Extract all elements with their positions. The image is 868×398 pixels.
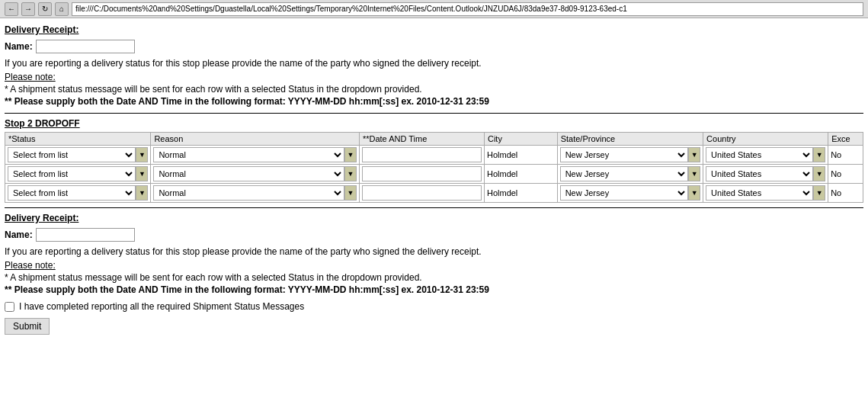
- table-row: Select from list ▼ Normal ▼ Holmdel New …: [5, 184, 863, 203]
- row1-state-select[interactable]: New Jersey: [560, 166, 688, 181]
- header-exc: Exce: [828, 133, 863, 146]
- section1-title: Delivery Receipt:: [5, 24, 863, 35]
- row2-country-select[interactable]: United States: [706, 185, 813, 201]
- section2-note2: ** Please supply both the Date AND Time …: [5, 284, 863, 295]
- row0-state-cell: New Jersey ▼: [557, 146, 703, 165]
- home-button[interactable]: ⌂: [55, 2, 69, 16]
- refresh-button[interactable]: ↻: [38, 2, 52, 16]
- row0-status-select[interactable]: Select from list: [8, 147, 136, 162]
- row1-country-cell: United States ▼: [703, 165, 828, 184]
- row0-city-cell: Holmdel: [484, 146, 557, 165]
- row2-country-dropdown-btn[interactable]: ▼: [813, 185, 825, 201]
- header-datetime: **Date AND Time: [359, 133, 484, 146]
- row0-status-cell: Select from list ▼: [5, 146, 151, 165]
- row1-status-cell: Select from list ▼: [5, 165, 151, 184]
- page-content: Delivery Receipt: Name: If you are repor…: [0, 18, 868, 341]
- row2-status-dropdown-btn[interactable]: ▼: [136, 185, 148, 201]
- row0-datetime-cell: [359, 146, 484, 165]
- section1-name-input[interactable]: [36, 40, 135, 53]
- section2-note1: * A shipment status message will be sent…: [5, 272, 863, 283]
- section1-info: If you are reporting a delivery status f…: [5, 58, 863, 69]
- header-city: City: [484, 133, 557, 146]
- table-row: Select from list ▼ Normal ▼ Holmdel New …: [5, 146, 863, 165]
- section2-name-label: Name:: [5, 229, 33, 240]
- row0-reason-cell: Normal ▼: [151, 146, 359, 165]
- row1-reason-dropdown-btn[interactable]: ▼: [344, 166, 357, 181]
- row2-state-select[interactable]: New Jersey: [560, 185, 688, 201]
- stop2-title: Stop 2 DROPOFF: [5, 118, 863, 129]
- row2-datetime-input[interactable]: [362, 185, 482, 201]
- row2-status-select[interactable]: Select from list: [8, 185, 136, 201]
- browser-bar: ← → ↻ ⌂ file:///C:/Documents%20and%20Set…: [0, 0, 868, 18]
- back-button[interactable]: ←: [5, 2, 18, 16]
- row0-reason-select[interactable]: Normal: [153, 147, 344, 162]
- row1-datetime-cell: [359, 165, 484, 184]
- completion-checkbox[interactable]: [5, 302, 14, 312]
- completion-row: I have completed reporting all the requi…: [5, 301, 863, 312]
- section1-note2: ** Please supply both the Date AND Time …: [5, 96, 863, 107]
- row1-datetime-input[interactable]: [362, 166, 482, 181]
- row2-exc-cell: No: [828, 184, 863, 203]
- row2-reason-select[interactable]: Normal: [153, 185, 344, 201]
- table-header-row: *Status Reason **Date AND Time City Stat…: [5, 133, 863, 146]
- table-row: Select from list ▼ Normal ▼ Holmdel New …: [5, 165, 863, 184]
- url-text: file:///C:/Documents%20and%20Settings/Dg…: [75, 5, 627, 13]
- row1-reason-cell: Normal ▼: [151, 165, 359, 184]
- row2-reason-cell: Normal ▼: [151, 184, 359, 203]
- row0-country-cell: United States ▼: [703, 146, 828, 165]
- header-reason: Reason: [151, 133, 359, 146]
- header-state: State/Province: [557, 133, 703, 146]
- row0-datetime-input[interactable]: [362, 147, 482, 162]
- section2-name-row: Name:: [5, 228, 863, 242]
- stop2-table: *Status Reason **Date AND Time City Stat…: [5, 132, 863, 203]
- address-bar[interactable]: file:///C:/Documents%20and%20Settings/Dg…: [72, 2, 863, 16]
- row0-country-dropdown-btn[interactable]: ▼: [813, 147, 825, 162]
- header-status: *Status: [5, 133, 151, 146]
- row1-reason-select[interactable]: Normal: [153, 166, 344, 181]
- section2-please-note: Please note:: [5, 260, 863, 271]
- row2-city-cell: Holmdel: [484, 184, 557, 203]
- row2-country-cell: United States ▼: [703, 184, 828, 203]
- row0-state-select[interactable]: New Jersey: [560, 147, 688, 162]
- row2-state-dropdown-btn[interactable]: ▼: [688, 185, 700, 201]
- submit-button[interactable]: Submit: [5, 318, 50, 335]
- section2-title: Delivery Receipt:: [5, 213, 863, 223]
- row2-state-cell: New Jersey ▼: [557, 184, 703, 203]
- row0-status-dropdown-btn[interactable]: ▼: [136, 147, 148, 162]
- divider1: [5, 113, 863, 114]
- section1-note1: * A shipment status message will be sent…: [5, 84, 863, 95]
- section1-name-row: Name:: [5, 40, 863, 53]
- row0-exc-cell: No: [828, 146, 863, 165]
- row1-state-cell: New Jersey ▼: [557, 165, 703, 184]
- section2-name-input[interactable]: [36, 228, 135, 242]
- row2-datetime-cell: [359, 184, 484, 203]
- section1-name-label: Name:: [5, 41, 33, 52]
- row0-country-select[interactable]: United States: [706, 147, 813, 162]
- header-country: Country: [703, 133, 828, 146]
- row2-status-cell: Select from list ▼: [5, 184, 151, 203]
- row1-country-dropdown-btn[interactable]: ▼: [813, 166, 825, 181]
- row1-status-select[interactable]: Select from list: [8, 166, 136, 181]
- divider2: [5, 207, 863, 208]
- section2-info: If you are reporting a delivery status f…: [5, 246, 863, 257]
- completion-label: I have completed reporting all the requi…: [19, 301, 304, 312]
- row1-status-dropdown-btn[interactable]: ▼: [136, 166, 148, 181]
- row1-city-cell: Holmdel: [484, 165, 557, 184]
- row1-state-dropdown-btn[interactable]: ▼: [688, 166, 700, 181]
- row0-state-dropdown-btn[interactable]: ▼: [688, 147, 700, 162]
- row0-reason-dropdown-btn[interactable]: ▼: [344, 147, 357, 162]
- section1-please-note: Please note:: [5, 72, 863, 82]
- row1-country-select[interactable]: United States: [706, 166, 813, 181]
- forward-button[interactable]: →: [21, 2, 35, 16]
- row2-reason-dropdown-btn[interactable]: ▼: [344, 185, 357, 201]
- row1-exc-cell: No: [828, 165, 863, 184]
